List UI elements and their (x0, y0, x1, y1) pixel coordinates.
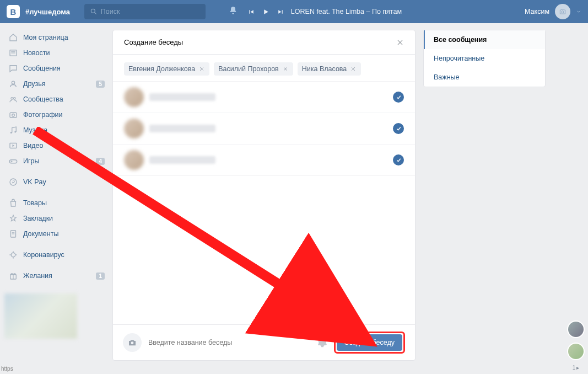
chip-label: Василий Прохоров (218, 65, 279, 73)
nav-groups[interactable]: Сообщества (4, 92, 108, 107)
chat-photo-button[interactable] (123, 333, 142, 352)
search-input[interactable]: Поиск (84, 4, 206, 19)
status-bar-text: https (1, 366, 13, 372)
svg-point-7 (11, 98, 13, 100)
nav-label: VK Pay (23, 178, 105, 186)
person-avatar (124, 119, 144, 138)
nav-label: Фотографии (23, 111, 105, 119)
person-row[interactable] (113, 145, 415, 176)
svg-point-22 (11, 253, 15, 257)
nav-virus[interactable]: Коронавирус (4, 247, 108, 263)
nav-group-3: ТоварыЗакладкиДокументы (4, 195, 108, 247)
nav-home[interactable]: Моя страница (4, 30, 108, 45)
nav-badge: 4 (96, 158, 105, 165)
chip-label: Ника Власова (302, 65, 347, 73)
create-chat-modal: Создание беседы Евгения ДолженковаВасили… (112, 30, 416, 361)
bell-icon (229, 6, 238, 15)
person-selected-check (393, 92, 404, 103)
groups-icon (8, 94, 19, 105)
nav-label: Сообщения (23, 65, 105, 72)
now-playing-track[interactable]: LOREN feat. The Limba – По пятам (291, 8, 402, 15)
notifications-button[interactable] (223, 6, 243, 17)
filter-item[interactable]: Непрочитанные (424, 49, 545, 68)
person-row[interactable] (113, 82, 415, 113)
photo-icon (8, 109, 19, 120)
nav-pay[interactable]: ₽VK Pay (4, 174, 108, 190)
header-hashtag[interactable]: #лучшедома (25, 8, 70, 16)
camera-icon (559, 8, 567, 15)
svg-rect-14 (9, 160, 17, 163)
friend-avatar[interactable] (567, 320, 585, 338)
create-chat-button[interactable]: Создать беседу (337, 334, 402, 351)
next-track-icon[interactable] (277, 8, 284, 15)
play-icon[interactable] (262, 8, 269, 15)
nav-label: Моя страница (23, 34, 105, 41)
gear-icon[interactable] (317, 338, 327, 348)
music-icon (8, 125, 19, 136)
nav-label: Документы (23, 230, 105, 238)
svg-point-29 (131, 341, 134, 344)
sidebar-thumbnail (4, 293, 77, 339)
svg-rect-9 (10, 113, 17, 117)
nav-badge: 5 (96, 81, 105, 88)
vk-logo[interactable]: B (7, 5, 20, 18)
remove-chip-icon[interactable] (198, 66, 205, 72)
app-header: B #лучшедома Поиск LOREN feat. The Limba… (0, 0, 588, 23)
svg-point-6 (12, 81, 14, 84)
online-friends-stack[interactable]: 1 ▸ (567, 320, 585, 371)
friend-avatar[interactable] (567, 343, 585, 360)
header-avatar[interactable] (555, 4, 570, 19)
nav-music[interactable]: Музыка (4, 122, 108, 138)
search-placeholder: Поиск (101, 8, 120, 15)
nav-label: Новости (23, 49, 105, 57)
chevron-down-icon[interactable] (576, 9, 581, 14)
nav-label: Друзья (23, 80, 96, 88)
svg-point-12 (14, 131, 16, 133)
nav-games[interactable]: Игры4 (4, 153, 108, 169)
nav-docs[interactable]: Документы (4, 226, 108, 242)
filters-list: Все сообщенияНепрочитанныеВажные (423, 30, 546, 87)
remove-chip-icon[interactable] (350, 66, 357, 72)
news-icon (8, 47, 19, 58)
svg-line-1 (95, 13, 96, 14)
nav-wish[interactable]: Желания1 (4, 268, 108, 284)
close-icon[interactable] (396, 39, 404, 46)
header-username[interactable]: Максим (525, 8, 549, 15)
nav-label: Музыка (23, 126, 105, 134)
chat-name-input[interactable] (148, 339, 317, 346)
camera-icon (127, 338, 137, 348)
nav-bookmark[interactable]: Закладки (4, 211, 108, 226)
remove-chip-icon[interactable] (282, 66, 289, 72)
home-icon (8, 32, 19, 43)
nav-label: Сообщества (23, 95, 105, 103)
person-row[interactable] (113, 113, 415, 145)
virus-icon (8, 249, 19, 260)
prev-track-icon[interactable] (247, 8, 255, 15)
nav-video[interactable]: Видео (4, 138, 108, 153)
svg-point-11 (10, 132, 12, 133)
create-button-highlight: Создать беседу (334, 332, 405, 354)
nav-photo[interactable]: Фотографии (4, 107, 108, 122)
modal-title: Создание беседы (124, 38, 183, 46)
user-chip: Василий Прохоров (214, 62, 293, 76)
person-name-blurred (149, 125, 215, 132)
nav-label: Коронавирус (23, 251, 105, 259)
svg-point-8 (13, 98, 15, 100)
nav-friends[interactable]: Друзья5 (4, 76, 108, 92)
wish-icon (8, 270, 19, 281)
filter-item[interactable]: Все сообщения (424, 30, 545, 49)
person-avatar (124, 150, 144, 170)
filter-item[interactable]: Важные (424, 68, 545, 87)
nav-group-1: Моя страницаНовостиСообщенияДрузья5Сообщ… (4, 30, 108, 174)
nav-market[interactable]: Товары (4, 195, 108, 211)
bookmark-icon (8, 213, 19, 224)
search-icon (90, 8, 98, 15)
media-controls (247, 8, 284, 15)
person-avatar (124, 87, 144, 107)
nav-label: Желания (23, 272, 96, 280)
people-list (113, 82, 415, 324)
nav-msg[interactable]: Сообщения (4, 61, 108, 76)
svg-point-0 (91, 9, 95, 13)
nav-news[interactable]: Новости (4, 45, 108, 61)
person-selected-check (393, 154, 404, 165)
